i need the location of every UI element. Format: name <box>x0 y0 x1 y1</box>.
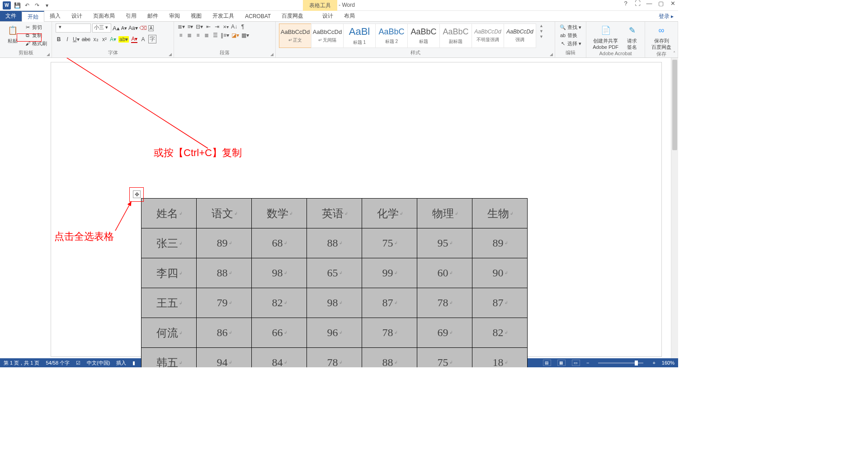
superscript-icon[interactable]: x² <box>101 36 108 43</box>
table-cell[interactable]: 68↲ <box>252 228 307 258</box>
tab-file[interactable]: 文件 <box>0 11 22 21</box>
gallery-up-icon[interactable]: ▲ <box>539 24 543 28</box>
font-size-select[interactable]: 小三 ▾ <box>92 24 111 33</box>
inc-indent-icon[interactable]: ⇥ <box>214 24 220 30</box>
qat-more-icon[interactable]: ▾ <box>43 2 51 9</box>
distribute-icon[interactable]: ☰ <box>212 32 218 38</box>
table-cell[interactable]: 99↲ <box>362 258 417 288</box>
find-button[interactable]: 🔍查找▾ <box>559 24 582 31</box>
create-share-pdf-button[interactable]: 📄 创建并共享Adobe PDF <box>590 24 621 51</box>
collapse-ribbon-icon[interactable]: ˄ <box>673 51 675 56</box>
style-item[interactable]: AaBbCcDd↵ 无间隔 <box>311 24 344 48</box>
table-cell[interactable]: 87↲ <box>362 288 417 318</box>
tab-baidu[interactable]: 百度网盘 <box>276 11 309 21</box>
bold-icon[interactable]: B <box>56 36 62 43</box>
table-cell[interactable]: 数学↲ <box>252 199 307 228</box>
table-cell[interactable]: 75↲ <box>362 228 417 258</box>
zoom-out-icon[interactable]: − <box>586 360 589 366</box>
font-name-select[interactable]: ▾ <box>56 24 91 33</box>
table-cell[interactable]: 96↲ <box>307 318 362 348</box>
table-cell[interactable]: 王五↲ <box>142 288 197 318</box>
text-effects-icon[interactable]: A▾ <box>110 36 116 43</box>
table-cell[interactable]: 89↲ <box>197 228 252 258</box>
multilevel-icon[interactable]: ⊟▾ <box>196 24 203 30</box>
style-item[interactable]: AaBbC标题 2 <box>375 24 408 48</box>
ribbon-options-icon[interactable]: ⛶ <box>634 0 641 7</box>
status-spellcheck-icon[interactable]: ☑ <box>76 360 80 366</box>
table-cell[interactable]: 78↲ <box>362 318 417 348</box>
align-center-icon[interactable]: ≣ <box>186 32 193 38</box>
dialog-launcher-icon[interactable]: ◢ <box>47 52 50 57</box>
highlight-icon[interactable]: ab▾ <box>118 36 129 43</box>
tab-design[interactable]: 设计 <box>66 11 88 21</box>
table-cell[interactable]: 化学↲ <box>362 199 417 228</box>
styles-gallery[interactable]: AaBbCcDd↵ 正文AaBbCcDd↵ 无间隔AaBl标题 1AaBbC标题… <box>279 24 536 48</box>
vertical-scrollbar[interactable] <box>671 58 678 358</box>
table-cell[interactable]: 98↲ <box>252 258 307 288</box>
char-shading-icon[interactable]: A <box>140 36 146 43</box>
table-cell[interactable]: 英语↲ <box>307 199 362 228</box>
dialog-launcher-icon[interactable]: ◢ <box>169 52 172 57</box>
signin-link[interactable]: 登录 ▸ <box>659 11 674 22</box>
status-page[interactable]: 第 1 页，共 1 页 <box>4 360 39 366</box>
line-spacing-icon[interactable]: ‖≡▾ <box>221 32 229 38</box>
zoom-level[interactable]: 160% <box>662 360 675 366</box>
table-cell[interactable]: 韩五↲ <box>142 348 197 368</box>
status-word-count[interactable]: 54/58 个字 <box>46 360 70 366</box>
borders-icon[interactable]: ▦▾ <box>241 32 249 38</box>
table-cell[interactable]: 88↲ <box>307 228 362 258</box>
table-cell[interactable]: 95↲ <box>417 228 472 258</box>
save-to-baidu-button[interactable]: ∞ 保存到百度网盘 <box>649 24 674 51</box>
shading-icon[interactable]: ◪▾ <box>231 32 239 38</box>
tab-acrobat[interactable]: ACROBAT <box>240 11 276 21</box>
redo-icon[interactable]: ↷ <box>33 2 41 9</box>
gallery-more-icon[interactable]: ▼ <box>539 34 543 39</box>
minimize-icon[interactable]: — <box>646 0 653 7</box>
table-cell[interactable]: 66↲ <box>252 318 307 348</box>
tab-insert[interactable]: 插入 <box>44 11 66 21</box>
scrollbar-thumb[interactable] <box>672 60 677 150</box>
table-cell[interactable]: 79↲ <box>197 288 252 318</box>
table-cell[interactable]: 87↲ <box>472 288 528 318</box>
table-cell[interactable]: 90↲ <box>472 258 528 288</box>
status-insert-mode[interactable]: 插入 <box>116 360 126 366</box>
style-item[interactable]: AaBbCcDd不明显强调 <box>472 24 504 48</box>
restore-icon[interactable]: ▢ <box>657 0 665 7</box>
numbering-icon[interactable]: ≡▾ <box>187 24 193 30</box>
table-cell[interactable]: 物理↲ <box>417 199 472 228</box>
underline-icon[interactable]: U▾ <box>73 36 80 43</box>
style-item[interactable]: AaBbC副标题 <box>439 24 472 48</box>
table-cell[interactable]: 李四↲ <box>142 258 197 288</box>
table-cell[interactable]: 78↲ <box>307 348 362 368</box>
gallery-down-icon[interactable]: ▼ <box>539 29 543 33</box>
table-cell[interactable]: 语文↲ <box>197 199 252 228</box>
view-print-icon[interactable]: ▦ <box>557 360 566 366</box>
tab-table-layout[interactable]: 布局 <box>339 11 360 21</box>
table-cell[interactable]: 94↲ <box>197 348 252 368</box>
status-macro-icon[interactable]: ▮ <box>132 360 135 366</box>
grow-font-icon[interactable]: A▴ <box>113 25 120 32</box>
sort-icon[interactable]: A↓ <box>231 24 237 30</box>
undo-icon[interactable]: ↶ <box>24 2 31 9</box>
data-table[interactable]: 姓名↲语文↲数学↲英语↲化学↲物理↲生物↲张三↲89↲68↲88↲75↲95↲8… <box>141 198 528 367</box>
select-button[interactable]: ↖选择▾ <box>559 40 582 47</box>
italic-icon[interactable]: I <box>64 36 71 43</box>
phonetic-icon[interactable]: Aa▾ <box>128 25 138 31</box>
tab-page-layout[interactable]: 页面布局 <box>88 11 120 21</box>
table-cell[interactable]: 88↲ <box>197 258 252 288</box>
font-color-icon[interactable]: A▾ <box>131 36 137 43</box>
help-icon[interactable]: ? <box>622 0 629 7</box>
style-item[interactable]: AaBl标题 1 <box>343 24 376 48</box>
tab-table-design[interactable]: 设计 <box>317 11 339 21</box>
table-cell[interactable]: 82↲ <box>472 318 528 348</box>
subscript-icon[interactable]: x₂ <box>93 36 99 43</box>
status-language[interactable]: 中文(中国) <box>87 360 110 366</box>
char-border-icon[interactable]: 字 <box>148 35 156 43</box>
zoom-in-icon[interactable]: + <box>652 360 655 366</box>
table-cell[interactable]: 88↲ <box>362 348 417 368</box>
tab-review[interactable]: 审阅 <box>164 11 185 21</box>
dialog-launcher-icon[interactable]: ◢ <box>550 52 553 57</box>
show-marks-icon[interactable]: ¶ <box>240 24 246 30</box>
table-cell[interactable]: 姓名↲ <box>142 199 197 228</box>
style-item[interactable]: AaBbCcDd强调 <box>504 24 536 48</box>
